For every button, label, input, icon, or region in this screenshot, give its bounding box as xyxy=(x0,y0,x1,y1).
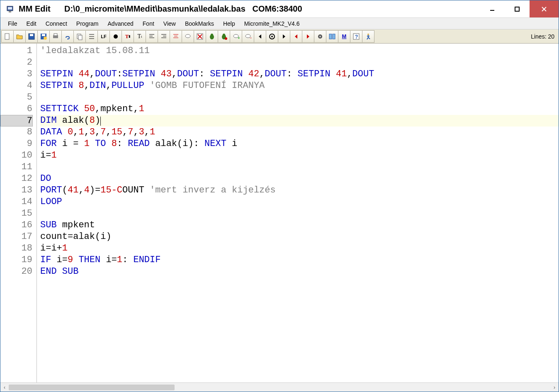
scroll-right-arrow[interactable]: › xyxy=(550,383,559,392)
toolbar-align-left-icon[interactable] xyxy=(146,30,158,43)
close-button[interactable] xyxy=(530,0,559,17)
toolbar-comment-icon[interactable] xyxy=(182,30,194,43)
code-line[interactable]: 'ledalakzat 15.08.11 xyxy=(40,45,559,57)
toolbar-delete-x-icon[interactable] xyxy=(194,30,206,43)
maximize-button[interactable] xyxy=(505,0,530,17)
editor[interactable]: 1234567891011121314151617181920 'ledalak… xyxy=(0,44,559,382)
line-number: 20 xyxy=(0,266,32,278)
svg-text:?: ? xyxy=(355,34,358,40)
menu-micromite-mk2-v4-6[interactable]: Micromite_MK2_V4.6 xyxy=(240,19,304,28)
code-line[interactable]: SETTICK 50,mpkent,1 xyxy=(40,103,559,115)
scroll-track[interactable] xyxy=(9,385,550,390)
menu-font[interactable]: Font xyxy=(139,19,158,28)
line-number: 7 xyxy=(0,115,33,127)
code-line[interactable]: DIM alak(8) xyxy=(40,115,559,127)
toolbar-record-icon[interactable] xyxy=(109,30,122,43)
line-number: 10 xyxy=(0,150,32,161)
toolbar-m-logo-icon[interactable]: M xyxy=(338,30,350,43)
toolbar-link-icon[interactable] xyxy=(61,30,74,43)
toolbar-color-text-icon[interactable]: T▮ xyxy=(122,30,134,43)
title-app: MM Edit xyxy=(19,4,51,14)
lines-count-label: Lines: 20 xyxy=(531,33,558,40)
menu-file[interactable]: File xyxy=(4,19,22,28)
line-number: 8 xyxy=(0,127,32,138)
toolbar-arrow-right-icon[interactable] xyxy=(278,30,290,43)
code-line[interactable]: IF i=9 THEN i=1: ENDIF xyxy=(40,254,559,266)
scroll-left-arrow[interactable]: ‹ xyxy=(0,383,9,392)
menu-view[interactable]: View xyxy=(159,19,180,28)
code-area[interactable]: 'ledalakzat 15.08.11SETPIN 44,DOUT:SETPI… xyxy=(37,44,559,382)
code-line[interactable] xyxy=(40,161,559,173)
code-line[interactable]: END SUB xyxy=(40,266,559,278)
code-line[interactable]: count=alak(i) xyxy=(40,231,559,243)
code-line[interactable] xyxy=(40,57,559,68)
toolbar-gear-icon[interactable] xyxy=(314,30,326,43)
toolbar-lf-icon[interactable]: LF xyxy=(97,30,110,43)
menubar: FileEditConnectProgramAdvancedFontViewBo… xyxy=(0,18,559,29)
menu-connect[interactable]: Connect xyxy=(41,19,71,28)
toolbar-align-center-red-icon[interactable] xyxy=(170,30,182,43)
minimize-button[interactable] xyxy=(480,0,505,17)
toolbar-align-right-icon[interactable] xyxy=(158,30,170,43)
toolbar-copy-icon[interactable] xyxy=(73,30,86,43)
window-controls xyxy=(480,0,559,17)
toolbar-list-icon[interactable] xyxy=(85,30,98,43)
svg-text:+: + xyxy=(238,36,240,40)
code-line[interactable] xyxy=(40,92,559,103)
toolbar-text-size-icon[interactable]: Tt xyxy=(134,30,146,43)
toolbar-columns-icon[interactable] xyxy=(326,30,338,43)
line-number: 6 xyxy=(0,103,32,115)
line-number: 14 xyxy=(0,196,32,208)
code-line[interactable]: SETPIN 8,DIN,PULLUP 'GOMB FUTOFENÍ IRANY… xyxy=(40,80,559,92)
svg-point-12 xyxy=(44,37,47,40)
line-number: 17 xyxy=(0,231,32,243)
text-cursor xyxy=(100,117,101,126)
horizontal-scrollbar[interactable]: ‹ › xyxy=(0,382,559,392)
toolbar-new-file-icon[interactable] xyxy=(1,30,14,43)
line-number: 4 xyxy=(0,80,32,92)
toolbar-arrow-left-red-icon[interactable] xyxy=(290,30,302,43)
code-line[interactable]: PORT(41,4)=15-COUNT 'mert inverz a kijel… xyxy=(40,185,559,196)
title-sep2 xyxy=(245,4,253,14)
code-line[interactable]: i=1 xyxy=(40,150,559,161)
title-path: D:\0_micromite\MMedit\basmunka\ledalak.b… xyxy=(64,4,245,14)
svg-point-44 xyxy=(271,36,273,37)
code-line[interactable]: DATA 0,1,3,7,15,7,3,1 xyxy=(40,127,559,138)
toolbar-arrow-left-icon[interactable] xyxy=(254,30,266,43)
line-number: 19 xyxy=(0,254,32,266)
toolbar-open-file-icon[interactable] xyxy=(13,30,26,43)
line-number: 2 xyxy=(0,57,32,68)
svg-rect-14 xyxy=(54,34,57,36)
toolbar-save-as-icon[interactable] xyxy=(37,30,50,43)
svg-rect-2 xyxy=(9,11,11,12)
menu-advanced[interactable]: Advanced xyxy=(104,19,138,28)
code-line[interactable]: SUB mpkent xyxy=(40,219,559,231)
menu-edit[interactable]: Edit xyxy=(22,19,41,28)
line-number: 3 xyxy=(0,68,32,80)
code-line[interactable]: i=i+1 xyxy=(40,243,559,254)
line-number: 13 xyxy=(0,185,32,196)
toolbar-bug-green-icon[interactable] xyxy=(206,30,218,43)
toolbar-run-man-icon[interactable] xyxy=(362,30,374,43)
toolbar-save-file-icon[interactable] xyxy=(25,30,38,43)
toolbar-print-icon[interactable] xyxy=(49,30,62,43)
toolbar-chat-add-icon[interactable]: + xyxy=(230,30,242,43)
menu-program[interactable]: Program xyxy=(72,19,103,28)
code-line[interactable]: LOOP xyxy=(40,196,559,208)
toolbar-bug-green2-icon[interactable] xyxy=(218,30,230,43)
svg-rect-4 xyxy=(515,7,519,11)
svg-rect-47 xyxy=(329,34,332,39)
menu-bookmarks[interactable]: BookMarks xyxy=(181,19,218,28)
scroll-thumb[interactable] xyxy=(9,385,175,390)
code-line[interactable]: DO xyxy=(40,173,559,185)
code-line[interactable] xyxy=(40,208,559,219)
toolbar-target-icon[interactable] xyxy=(266,30,278,43)
toolbar-arrow-right-red-icon[interactable] xyxy=(302,30,314,43)
code-line[interactable]: FOR i = 1 TO 8: READ alak(i): NEXT i xyxy=(40,138,559,150)
menu-help[interactable]: Help xyxy=(219,19,239,28)
svg-point-37 xyxy=(223,34,225,36)
toolbar-help-icon[interactable]: ? xyxy=(350,30,362,43)
svg-point-20 xyxy=(114,34,118,39)
toolbar-chat-remove-icon[interactable]: − xyxy=(242,30,254,43)
code-line[interactable]: SETPIN 44,DOUT:SETPIN 43,DOUT: SETPIN 42… xyxy=(40,68,559,80)
